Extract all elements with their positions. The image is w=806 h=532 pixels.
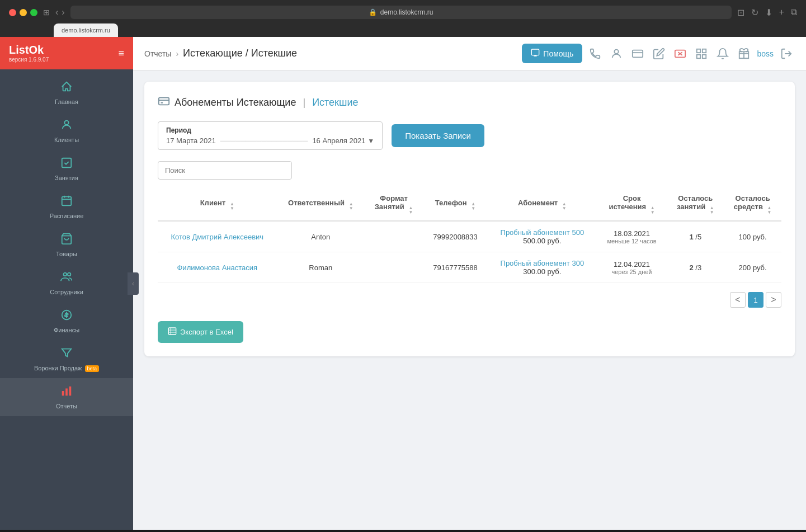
- expiry-date-0: 18.03.2021: [604, 229, 661, 238]
- back-button[interactable]: ‹: [55, 7, 58, 17]
- sidebar-item-schedule[interactable]: Расписание: [0, 188, 133, 226]
- svg-rect-2: [62, 197, 72, 206]
- help-button[interactable]: Помощь: [522, 44, 582, 63]
- sort-remaining-funds[interactable]: ▲▼: [767, 206, 772, 215]
- export-button-label: Экспорт в Excel: [180, 328, 233, 336]
- sidebar-toggle-button[interactable]: ⊞: [43, 8, 50, 17]
- refresh-icon[interactable]: ↻: [751, 7, 758, 18]
- table-row: Филимонова Анастасия Roman 79167775588 П…: [158, 252, 781, 283]
- period-end-date[interactable]: 16 Апреля 2021 ▼: [312, 136, 374, 145]
- sidebar-item-label-funnels: Воронки Продаж beta: [34, 365, 99, 371]
- svg-rect-23: [159, 98, 169, 105]
- sidebar-item-reports[interactable]: Отчеты: [0, 378, 133, 416]
- sidebar-menu-button[interactable]: ≡: [118, 48, 124, 59]
- pagination-next[interactable]: >: [766, 292, 781, 308]
- sidebar-item-finance[interactable]: Финансы: [0, 302, 133, 340]
- svg-rect-19: [703, 49, 706, 52]
- breadcrumb-separator: ›: [176, 49, 178, 58]
- help-icon: [531, 48, 540, 59]
- show-records-button[interactable]: Показать Записи: [392, 124, 484, 147]
- sidebar-item-funnels[interactable]: Воронки Продаж beta: [0, 340, 133, 378]
- forward-button[interactable]: ›: [62, 7, 64, 17]
- data-table: Клиент ▲▼ Ответственный ▲▼ ФорматЗанятий…: [158, 189, 781, 283]
- card-header: Абонементы Истекающие | Истекшие: [158, 95, 781, 110]
- client-link-0[interactable]: Котов Дмитрий Алексеевич: [171, 233, 263, 241]
- sort-abonement[interactable]: ▲▼: [562, 202, 567, 211]
- beta-badge: beta: [85, 365, 100, 372]
- cell-remaining-funds-1: 200 руб.: [724, 252, 781, 283]
- bell-button[interactable]: [714, 45, 731, 62]
- staff-icon: [60, 271, 73, 286]
- address-bar[interactable]: 🔒 demo.listokcrm.ru: [70, 6, 732, 19]
- breadcrumb-link-reports[interactable]: Отчеты: [144, 49, 171, 58]
- col-expiry: Срокистечения ▲▼: [597, 189, 667, 221]
- col-client: Клиент ▲▼: [158, 189, 277, 221]
- gift-button[interactable]: [736, 45, 752, 62]
- abonement-link-1[interactable]: Пробный абонемент 300: [501, 259, 585, 267]
- grid-button[interactable]: [693, 45, 710, 62]
- main-content: Отчеты › Истекающие / Истекшие Помощь: [133, 37, 806, 530]
- cell-abonement-0: Пробный абонемент 500 500.00 руб.: [488, 221, 597, 252]
- sort-responsible[interactable]: ▲▼: [349, 202, 353, 211]
- top-bar-actions: Помощь: [522, 44, 795, 63]
- svg-point-14: [615, 49, 619, 53]
- maximize-dot[interactable]: [30, 9, 37, 16]
- sidebar-version: версия 1.6.9.07: [9, 57, 49, 63]
- top-bar: Отчеты › Истекающие / Истекшие Помощь: [133, 37, 806, 70]
- period-input[interactable]: Период 17 Марта 2021 ───────────────── 1…: [158, 121, 383, 150]
- sidebar-item-products[interactable]: Товары: [0, 226, 133, 264]
- svg-rect-1: [62, 158, 72, 168]
- sort-remaining-classes[interactable]: ▲▼: [710, 206, 714, 215]
- pagination-page-1[interactable]: 1: [748, 292, 763, 308]
- browser-toolbar: ⊞ ‹ › 🔒 demo.listokcrm.ru ⊡ ↻ ⬇ + ⧉: [9, 6, 797, 19]
- svg-rect-12: [69, 387, 72, 396]
- export-excel-button[interactable]: Экспорт в Excel: [158, 321, 243, 343]
- browser-chrome: ⊞ ‹ › 🔒 demo.listokcrm.ru ⊡ ↻ ⬇ + ⧉ demo…: [0, 0, 806, 37]
- screenshare-icon[interactable]: ⊡: [737, 7, 744, 18]
- search-input[interactable]: [158, 161, 292, 180]
- minimize-dot[interactable]: [20, 9, 27, 16]
- browser-tab[interactable]: demo.listokcrm.ru: [54, 23, 118, 37]
- col-abonement: Абонемент ▲▼: [488, 189, 597, 221]
- sort-phone[interactable]: ▲▼: [471, 202, 475, 211]
- sidebar-item-label-reports: Отчеты: [56, 403, 77, 409]
- funnels-icon: [60, 347, 73, 362]
- close-action-button[interactable]: [672, 45, 689, 62]
- close-dot[interactable]: [9, 9, 16, 16]
- sort-expiry[interactable]: ▲▼: [651, 206, 655, 215]
- abonement-link-0[interactable]: Пробный абонемент 500: [501, 228, 585, 237]
- tab-istekshie[interactable]: Истекшие: [312, 97, 358, 109]
- pagination-prev[interactable]: <: [730, 292, 746, 308]
- username: boss: [757, 49, 774, 58]
- excel-icon: [168, 327, 177, 337]
- contact-button[interactable]: [608, 45, 625, 62]
- cell-remaining-classes-0: 1 /5: [667, 221, 724, 252]
- logout-button[interactable]: [778, 45, 795, 62]
- sidebar-item-label-classes: Занятия: [55, 175, 78, 181]
- tab-istekayuschie[interactable]: Абонементы Истекающие: [175, 97, 296, 109]
- sidebar-item-classes[interactable]: Занятия: [0, 150, 133, 188]
- cell-client-1: Филимонова Анастасия: [158, 252, 277, 283]
- client-link-1[interactable]: Филимонова Анастасия: [177, 263, 257, 272]
- sort-format[interactable]: ▲▼: [408, 206, 413, 215]
- url-text: demo.listokcrm.ru: [380, 8, 433, 16]
- cell-remaining-classes-1: 2 /3: [667, 252, 724, 283]
- cell-responsible-1: Roman: [277, 252, 365, 283]
- cell-expiry-0: 18.03.2021 меньше 12 часов: [597, 221, 667, 252]
- payment-button[interactable]: [629, 45, 646, 62]
- sidebar-item-staff[interactable]: Сотрудники: [0, 264, 133, 302]
- sidebar-item-home[interactable]: Главная: [0, 74, 133, 112]
- sort-client[interactable]: ▲▼: [230, 202, 234, 211]
- edit-button[interactable]: [651, 45, 667, 62]
- download-icon[interactable]: ⬇: [765, 7, 772, 18]
- windows-icon[interactable]: ⧉: [791, 7, 797, 18]
- sidebar-item-clients[interactable]: Клиенты: [0, 112, 133, 150]
- browser-action-icons: ⊡ ↻ ⬇ + ⧉: [737, 7, 797, 18]
- cell-responsible-0: Anton: [277, 221, 365, 252]
- svg-rect-21: [703, 54, 706, 58]
- sidebar-collapse-handle[interactable]: ‹: [128, 272, 139, 295]
- phone-button[interactable]: [587, 45, 604, 62]
- cell-abonement-1: Пробный абонемент 300 300.00 руб.: [488, 252, 597, 283]
- classes-icon: [60, 157, 73, 172]
- new-tab-icon[interactable]: +: [779, 7, 784, 18]
